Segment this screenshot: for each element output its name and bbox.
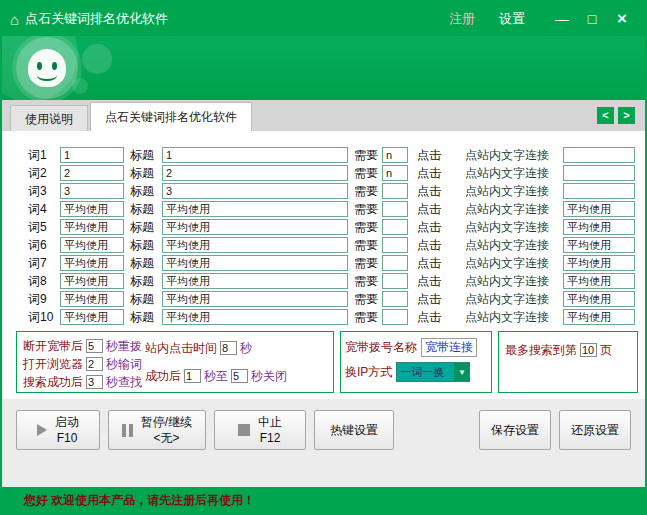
title-input[interactable] [162, 165, 348, 181]
site-link-input[interactable] [563, 309, 635, 325]
ip-mode-label: 换IP方式 [345, 364, 392, 381]
title-input[interactable] [162, 237, 348, 253]
keyword-input[interactable] [60, 165, 124, 181]
title-label: 标题 [130, 219, 162, 236]
browser-delay-input[interactable] [86, 357, 103, 371]
app-icon: ⌂ [10, 11, 19, 28]
redial-label: 断开宽带后 [23, 338, 83, 355]
site-link-input[interactable] [563, 255, 635, 271]
search-delay-input[interactable] [86, 375, 103, 389]
site-link-input[interactable] [563, 165, 635, 181]
keyword-input[interactable] [60, 309, 124, 325]
pause-resume-button[interactable]: 暂停/继续 <无> [108, 410, 206, 450]
tab-prev-button[interactable]: < [597, 107, 614, 124]
play-icon [37, 424, 47, 436]
need-label: 需要 [354, 291, 382, 308]
browser-delay-label: 打开浏览器 [23, 356, 83, 373]
close-button[interactable]: × [607, 9, 637, 29]
click-label: 点击 [417, 219, 445, 236]
keyword-input[interactable] [60, 237, 124, 253]
keyword-input[interactable] [60, 183, 124, 199]
ip-mode-select[interactable]: 一词一换 ▼ [396, 362, 470, 382]
header-banner [2, 36, 645, 100]
row-label: 词2 [28, 165, 60, 182]
table-row: 词9 标题 需要 点击 点站内文字连接 [2, 290, 645, 308]
close-max-seconds-input[interactable] [231, 369, 248, 383]
max-pages-suffix: 页 [600, 342, 612, 359]
tab-main[interactable]: 点石关键词排名优化软件 [90, 102, 252, 131]
site-link-input[interactable] [563, 273, 635, 289]
tab-next-button[interactable]: > [618, 107, 635, 124]
need-label: 需要 [354, 219, 382, 236]
title-input[interactable] [162, 147, 348, 163]
title-input[interactable] [162, 291, 348, 307]
keyword-input[interactable] [60, 291, 124, 307]
site-link-input[interactable] [563, 219, 635, 235]
need-count-input[interactable] [382, 237, 408, 253]
ip-mode-row: 换IP方式 一词一换 ▼ [345, 362, 487, 382]
click-timing-column: 站内点击时间 秒 成功后 秒至 秒关闭 [145, 339, 287, 395]
need-label: 需要 [354, 273, 382, 290]
title-input[interactable] [162, 255, 348, 271]
title-label: 标题 [130, 201, 162, 218]
settings-link[interactable]: 设置 [499, 10, 525, 28]
pause-button-hotkey: <无> [153, 430, 179, 446]
logo-smile [37, 70, 57, 81]
title-input[interactable] [162, 219, 348, 235]
keyword-input[interactable] [60, 255, 124, 271]
redial-seconds-input[interactable] [86, 339, 103, 353]
stop-icon [238, 424, 250, 436]
site-link-input[interactable] [563, 201, 635, 217]
tab-instructions[interactable]: 使用说明 [10, 105, 88, 131]
broadband-name-value[interactable]: 宽带连接 [421, 338, 477, 357]
need-count-input[interactable] [382, 147, 408, 163]
site-link-label: 点站内文字连接 [465, 183, 563, 200]
need-count-input[interactable] [382, 309, 408, 325]
site-link-input[interactable] [563, 237, 635, 253]
max-pages-input[interactable] [580, 343, 597, 357]
need-count-input[interactable] [382, 165, 408, 181]
keyword-input[interactable] [60, 219, 124, 235]
redial-suffix: 秒重拨 [106, 338, 142, 355]
stop-button[interactable]: 中止 F12 [214, 410, 306, 450]
need-count-input[interactable] [382, 219, 408, 235]
site-link-input[interactable] [563, 291, 635, 307]
keyword-input[interactable] [60, 147, 124, 163]
restore-settings-button[interactable]: 还原设置 [559, 410, 631, 450]
title-input[interactable] [162, 183, 348, 199]
site-link-label: 点站内文字连接 [465, 201, 563, 218]
site-link-input[interactable] [563, 183, 635, 199]
minimize-button[interactable]: — [547, 11, 577, 27]
site-click-label: 站内点击时间 [145, 340, 217, 357]
need-count-input[interactable] [382, 183, 408, 199]
need-count-input[interactable] [382, 291, 408, 307]
need-label: 需要 [354, 237, 382, 254]
site-link-label: 点站内文字连接 [465, 273, 563, 290]
site-click-seconds-input[interactable] [220, 341, 237, 355]
close-min-seconds-input[interactable] [184, 369, 201, 383]
table-row: 词6 标题 需要 点击 点站内文字连接 [2, 236, 645, 254]
site-link-input[interactable] [563, 147, 635, 163]
hotkey-settings-button[interactable]: 热键设置 [314, 410, 394, 450]
site-click-row: 站内点击时间 秒 [145, 339, 287, 357]
maximize-button[interactable]: □ [577, 11, 607, 27]
save-settings-button[interactable]: 保存设置 [479, 410, 551, 450]
keyword-input[interactable] [60, 201, 124, 217]
table-row: 词7 标题 需要 点击 点站内文字连接 [2, 254, 645, 272]
click-label: 点击 [417, 273, 445, 290]
need-count-input[interactable] [382, 273, 408, 289]
register-link[interactable]: 注册 [449, 10, 475, 28]
title-input[interactable] [162, 273, 348, 289]
title-input[interactable] [162, 201, 348, 217]
table-row: 词4 标题 需要 点击 点站内文字连接 [2, 200, 645, 218]
keyword-input[interactable] [60, 273, 124, 289]
window-title: 点石关键词排名优化软件 [25, 10, 168, 28]
status-message: 您好 欢迎使用本产品，请先注册后再使用！ [24, 492, 255, 509]
need-label: 需要 [354, 201, 382, 218]
action-bar: 启动 F10 暂停/继续 <无> 中止 F12 热键设置 保存设置 还原设置 [2, 399, 645, 451]
need-count-input[interactable] [382, 255, 408, 271]
pause-button-label: 暂停/继续 [141, 414, 192, 430]
need-count-input[interactable] [382, 201, 408, 217]
start-button[interactable]: 启动 F10 [16, 410, 100, 450]
title-input[interactable] [162, 309, 348, 325]
